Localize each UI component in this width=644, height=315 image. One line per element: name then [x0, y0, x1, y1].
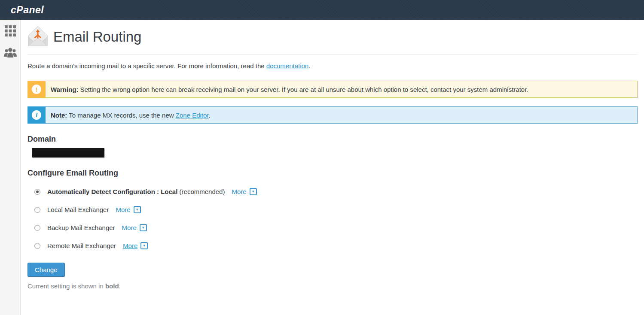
- note-text: To manage MX records, use the new: [69, 112, 175, 119]
- option-auto-detect: Automatically Detect Configuration : Loc…: [27, 188, 638, 195]
- page-title: Email Routing: [53, 29, 141, 45]
- change-button[interactable]: Change: [27, 263, 65, 277]
- warning-prefix: Warning:: [51, 86, 78, 93]
- option-auto-detect-label: Automatically Detect Configuration : Loc…: [47, 188, 225, 195]
- page-description: Route a domain’s incoming mail to a spec…: [27, 62, 638, 70]
- note-callout: i Note:To manage MX records, use the new…: [27, 106, 638, 124]
- note-prefix: Note:: [51, 112, 67, 119]
- radio-backup-mail-exchanger[interactable]: [34, 225, 40, 231]
- warning-message: Warning:Setting the wrong option here ca…: [46, 81, 638, 98]
- more-link-remote[interactable]: More: [123, 242, 137, 249]
- domain-heading: Domain: [27, 135, 638, 144]
- more-link-backup[interactable]: More: [122, 224, 137, 231]
- page-header: Email Routing: [27, 26, 638, 55]
- chevron-down-icon[interactable]: ▼: [140, 224, 147, 231]
- email-routing-icon: [27, 26, 48, 48]
- sidebar: [0, 20, 21, 315]
- radio-local-mail-exchanger[interactable]: [34, 207, 40, 213]
- more-link-local[interactable]: More: [116, 206, 130, 213]
- option-local-label: Local Mail Exchanger: [47, 206, 109, 213]
- info-icon: i: [32, 110, 41, 120]
- note-period: .: [209, 112, 211, 119]
- chevron-down-icon[interactable]: ▼: [140, 242, 148, 249]
- note-bold-word: bold: [105, 282, 119, 290]
- note-icon-block: i: [27, 106, 46, 124]
- cpanel-logo[interactable]: cPanel: [11, 4, 44, 16]
- more-link-auto-detect[interactable]: More: [232, 188, 246, 195]
- radio-remote-mail-exchanger[interactable]: [34, 243, 40, 249]
- warning-icon: !: [32, 85, 41, 94]
- chevron-down-icon[interactable]: ▼: [250, 188, 257, 195]
- sidebar-item-apps[interactable]: [4, 26, 16, 38]
- apps-grid-icon: [5, 25, 16, 38]
- users-group-icon: [4, 47, 17, 59]
- option-local-mail-exchanger: Local Mail Exchanger More ▼: [27, 206, 638, 213]
- option-remote-label: Remote Mail Exchanger: [47, 242, 116, 249]
- sidebar-item-user-manager[interactable]: [4, 47, 16, 59]
- option-remote-mail-exchanger: Remote Mail Exchanger More ▼: [27, 242, 638, 249]
- warning-text: Setting the wrong option here can break …: [80, 86, 528, 93]
- option-backup-mail-exchanger: Backup Mail Exchanger More ▼: [27, 224, 638, 231]
- main-content: Email Routing Route a domain’s incoming …: [21, 20, 644, 315]
- note-after: .: [119, 282, 121, 290]
- option-backup-label: Backup Mail Exchanger: [47, 224, 115, 231]
- routing-options: Automatically Detect Configuration : Loc…: [27, 188, 638, 249]
- radio-auto-detect[interactable]: [34, 189, 40, 195]
- option-auto-detect-suffix: (recommended): [177, 188, 225, 195]
- warning-icon-block: !: [27, 81, 46, 98]
- current-setting-note: Current setting is shown in bold.: [27, 282, 638, 290]
- domain-value-redacted: [32, 148, 104, 158]
- documentation-link[interactable]: documentation: [266, 62, 308, 70]
- description-period: .: [308, 62, 310, 70]
- configure-routing-heading: Configure Email Routing: [27, 169, 638, 178]
- top-navbar: cPanel: [0, 0, 644, 20]
- zone-editor-link[interactable]: Zone Editor: [176, 112, 209, 119]
- note-message: Note:To manage MX records, use the new Z…: [46, 106, 638, 124]
- description-text: Route a domain’s incoming mail to a spec…: [27, 62, 266, 70]
- warning-callout: ! Warning:Setting the wrong option here …: [27, 81, 638, 98]
- chevron-down-icon[interactable]: ▼: [134, 206, 141, 213]
- note-before: Current setting is shown in: [27, 282, 105, 290]
- option-auto-detect-text: Automatically Detect Configuration : Loc…: [47, 188, 177, 195]
